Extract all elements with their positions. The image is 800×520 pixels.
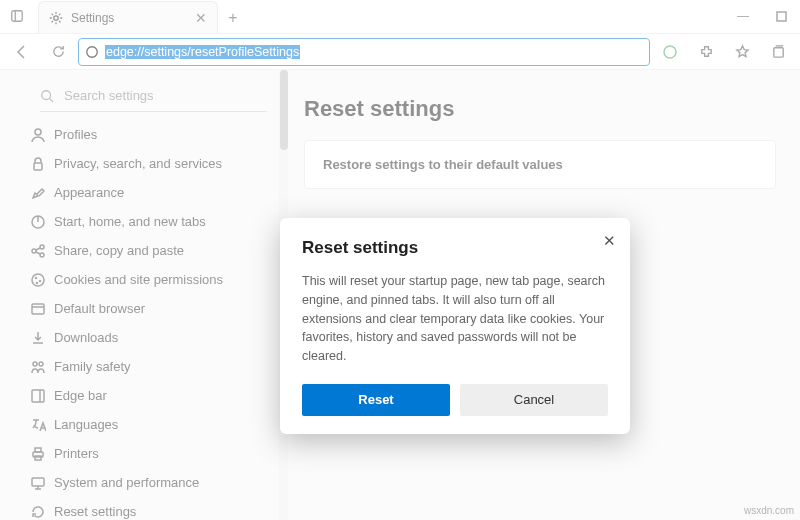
cancel-button[interactable]: Cancel xyxy=(460,384,608,416)
dialog-title: Reset settings xyxy=(302,238,608,258)
reset-dialog: ✕ Reset settings This will reset your st… xyxy=(280,218,630,434)
dialog-body: This will reset your startup page, new t… xyxy=(302,272,608,366)
close-icon[interactable]: ✕ xyxy=(603,232,616,250)
reset-button[interactable]: Reset xyxy=(302,384,450,416)
watermark: wsxdn.com xyxy=(744,505,794,516)
